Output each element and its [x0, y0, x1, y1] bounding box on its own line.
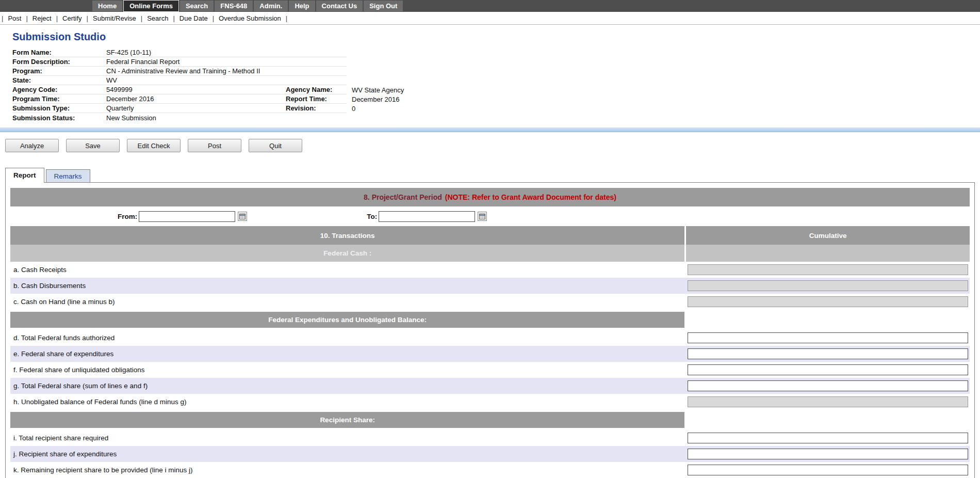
cumulative-input-k[interactable] [688, 465, 968, 475]
nav-item-search[interactable]: Search [180, 1, 214, 11]
tab-report[interactable]: Report [5, 168, 44, 183]
row-input-cell [686, 346, 970, 362]
detail-label: Submission Status: [12, 113, 106, 122]
section-subheader-label: Federal Expenditures and Unobligated Bal… [10, 312, 684, 328]
nav-item-sign-out[interactable]: Sign Out [364, 1, 403, 11]
to-calendar-button[interactable] [478, 212, 487, 221]
menu-separator: | [286, 14, 287, 22]
tab-bar: ReportRemarks [5, 168, 980, 182]
table-row: a. Cash Receipts [10, 262, 970, 278]
analyze-button[interactable]: Analyze [5, 139, 59, 152]
tab-remarks[interactable]: Remarks [46, 169, 90, 182]
from-calendar-button[interactable] [238, 212, 247, 221]
detail-label-text: Revision: [286, 104, 316, 112]
table-row: d. Total Federal funds authorized [10, 330, 970, 346]
detail-value: December 2016 [347, 94, 980, 104]
menu-item-overdue-submission[interactable]: Overdue Submission [214, 14, 286, 22]
cumulative-input-e[interactable] [688, 348, 968, 359]
row-input-cell [686, 362, 970, 378]
cumulative-input-d[interactable] [688, 332, 968, 343]
detail-value: Quarterly [106, 104, 286, 113]
detail-value: 0 [347, 104, 980, 113]
menu-item-certify[interactable]: Certify [58, 14, 87, 22]
detail-value: New Submission [106, 113, 286, 122]
from-date-input[interactable] [139, 211, 235, 222]
table-row: j. Recipient share of expenditures [10, 446, 970, 462]
detail-label-text: State: [12, 76, 31, 84]
cumulative-input-g[interactable] [688, 380, 968, 391]
cumulative-input-b [688, 280, 968, 291]
row-label: c. Cash on Hand (line a minus b) [10, 294, 684, 310]
detail-value: CN - Administrative Review and Training … [106, 67, 286, 76]
detail-label [286, 113, 347, 122]
quit-button[interactable]: Quit [249, 139, 302, 152]
transactions-rows: Federal Cash :a. Cash Receiptsb. Cash Di… [10, 245, 970, 478]
cumulative-input-a [688, 264, 968, 275]
nav-item-online-forms[interactable]: Online Forms [123, 0, 179, 12]
menu-item-due-date[interactable]: Due Date [175, 14, 213, 22]
row-input-cell [686, 394, 970, 410]
detail-value: Federal Financial Report [106, 57, 286, 67]
row-input-cell [686, 462, 970, 478]
cumulative-input-j[interactable] [688, 449, 968, 459]
menu-item-reject[interactable]: Reject [28, 14, 56, 22]
detail-label-text: Form Name: [12, 49, 52, 56]
detail-label: Program Time: [12, 94, 106, 104]
detail-label: Revision: [286, 104, 347, 113]
table-row: k. Remaining recipient share to be provi… [10, 462, 970, 478]
detail-label-text: Submission Type: [12, 104, 70, 112]
table-row: g. Total Federal share (sum of lines e a… [10, 378, 970, 394]
section-subheader-row: Federal Cash : [10, 245, 970, 262]
section-subheader-label: Federal Cash : [10, 245, 684, 262]
row-input-cell [686, 446, 970, 462]
calendar-icon [239, 213, 246, 219]
calendar-icon [479, 213, 485, 219]
row-label: f. Federal share of unliquidated obligat… [10, 362, 684, 378]
detail-value: SF-425 (10-11) [106, 48, 286, 57]
detail-label [286, 76, 347, 85]
table-row: i. Total recipient share required [10, 430, 970, 446]
nav-item-fns-648[interactable]: FNS-648 [215, 1, 253, 11]
cumulative-header: Cumulative [686, 226, 970, 245]
detail-value: WV [106, 76, 286, 85]
nav-item-help[interactable]: Help [289, 1, 315, 11]
detail-label-text: Program Time: [12, 95, 60, 103]
transactions-header: 10. Transactions [10, 226, 684, 245]
detail-value: December 2016 [106, 94, 286, 104]
cumulative-input-i[interactable] [688, 433, 968, 443]
nav-item-admin[interactable]: Admin. [254, 1, 288, 11]
save-button[interactable]: Save [66, 139, 120, 152]
detail-row: Program:CN - Administrative Review and T… [12, 67, 980, 76]
row-input-cell [686, 330, 970, 346]
to-date-input[interactable] [379, 211, 475, 222]
row-label: g. Total Federal share (sum of lines e a… [10, 378, 684, 394]
submission-details: Form Name:SF-425 (10-11)Form Description… [12, 48, 980, 122]
detail-label [286, 48, 347, 57]
table-row: b. Cash Disbursements [10, 278, 970, 294]
cumulative-input-f[interactable] [688, 364, 968, 375]
to-label: To: [367, 213, 377, 220]
section-subheader-label: Recipient Share: [10, 412, 684, 428]
detail-label: Report Time: [286, 94, 347, 104]
detail-label: Agency Code: [12, 85, 106, 94]
detail-label: State: [12, 76, 106, 85]
edit-check-button[interactable]: Edit Check [127, 139, 181, 152]
from-label: From: [118, 213, 137, 220]
nav-item-home[interactable]: Home [92, 1, 122, 11]
detail-label-text: Form Description: [12, 58, 70, 66]
menu-item-post[interactable]: Post [3, 14, 26, 22]
detail-label-text: Submission Status: [12, 114, 75, 122]
row-input-cell [686, 430, 970, 446]
nav-item-contact-us[interactable]: Contact Us [316, 1, 363, 11]
detail-label: Program: [12, 67, 106, 76]
to-date-group: To: [367, 211, 487, 222]
detail-value [347, 67, 980, 76]
detail-label-text: Program: [12, 67, 42, 75]
menu-item-submit-revise[interactable]: Submit/Revise [88, 14, 141, 22]
top-navigation: HomeOnline FormsSearchFNS-648Admin.HelpC… [0, 0, 980, 12]
menu-item-search[interactable]: Search [142, 14, 173, 22]
detail-row: Form Description:Federal Financial Repor… [12, 57, 980, 67]
post-button[interactable]: Post [188, 139, 241, 152]
detail-label: Submission Type: [12, 104, 106, 113]
transactions-header-row: 10. Transactions Cumulative [10, 226, 970, 245]
